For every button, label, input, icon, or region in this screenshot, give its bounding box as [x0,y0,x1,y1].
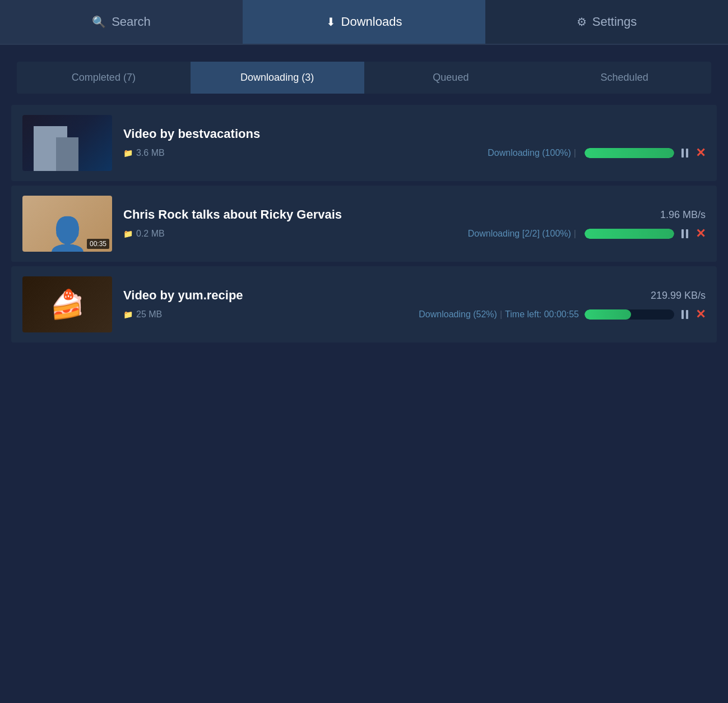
progress-bar-bestvacations [585,148,674,158]
progress-fill-yumrecipe [585,309,631,320]
cancel-button-yumrecipe[interactable]: ✕ [695,308,706,321]
file-size-bestvacations: 📁 3.6 MB [123,148,165,158]
separator: | [500,309,502,320]
separator: | [574,148,576,158]
tab-queued[interactable]: Queued [364,62,538,94]
progress-container-bestvacations: ✕ [585,147,706,159]
folder-icon: 📁 [123,149,133,158]
file-size-yumrecipe: 📁 25 MB [123,309,162,320]
pause-bar-1 [681,229,684,238]
size-value: 0.2 MB [136,229,165,239]
nav-settings-label: Settings [592,15,637,29]
downloads-list: Video by bestvacations 📁 3.6 MB Download… [0,105,728,343]
pause-bar-2 [686,310,688,319]
folder-icon: 📁 [123,229,133,238]
download-item-chrisrock: 00:35 Chris Rock talks about Ricky Gerva… [11,186,717,262]
nav-search[interactable]: 🔍 Search [0,0,243,44]
download-status-bestvacations: Downloading (100%) [488,148,571,158]
item-title-chrisrock: Chris Rock talks about Ricky Gervais [123,207,342,222]
pause-bar-1 [681,149,684,158]
thumbnail-bestvacations [22,115,112,171]
item-title-bestvacations: Video by bestvacations [123,127,260,141]
item-info-chrisrock: Chris Rock talks about Ricky Gervais 1.9… [123,207,706,240]
progress-fill-bestvacations [585,148,674,158]
progress-container-yumrecipe: ✕ [585,308,706,321]
duration-badge-chrisrock: 00:35 [87,239,109,249]
item-header-chrisrock: Chris Rock talks about Ricky Gervais 1.9… [123,207,706,222]
top-navigation: 🔍 Search ⬇ Downloads ⚙ Settings [0,0,728,45]
item-speed-yumrecipe: 219.99 KB/s [651,290,706,302]
item-details-bestvacations: 📁 3.6 MB Downloading (100%) | ✕ [123,147,706,159]
pause-button-yumrecipe[interactable] [681,310,689,319]
progress-container-chrisrock: ✕ [585,228,706,240]
item-title-yumrecipe: Video by yum.recipe [123,288,243,303]
pause-bar-2 [686,149,688,158]
separator: | [574,229,576,239]
tabs-bar: Completed (7) Downloading (3) Queued Sch… [17,62,711,94]
progress-fill-chrisrock [585,229,674,239]
time-left-yumrecipe: Time left: 00:00:55 [505,309,579,320]
gear-icon: ⚙ [577,15,587,29]
progress-bar-chrisrock [585,229,674,239]
item-details-chrisrock: 📁 0.2 MB Downloading [2/2] (100%) | ✕ [123,228,706,240]
pause-button-bestvacations[interactable] [681,149,689,158]
nav-search-label: Search [112,15,151,29]
progress-bar-yumrecipe [585,309,674,320]
download-item-bestvacations: Video by bestvacations 📁 3.6 MB Download… [11,105,717,181]
download-icon: ⬇ [326,15,336,29]
cancel-button-bestvacations[interactable]: ✕ [695,147,706,159]
thumbnail-yumrecipe [22,276,112,332]
tab-downloading[interactable]: Downloading (3) [191,62,364,94]
pause-bar-2 [686,229,688,238]
item-header-yumrecipe: Video by yum.recipe 219.99 KB/s [123,288,706,303]
search-icon: 🔍 [92,15,106,29]
item-info-yumrecipe: Video by yum.recipe 219.99 KB/s 📁 25 MB … [123,288,706,321]
tab-scheduled[interactable]: Scheduled [537,62,711,94]
file-size-chrisrock: 📁 0.2 MB [123,229,165,239]
folder-icon: 📁 [123,310,133,319]
size-value: 25 MB [136,309,162,320]
nav-downloads-label: Downloads [341,15,402,29]
item-speed-chrisrock: 1.96 MB/s [660,209,706,221]
download-item-yumrecipe: Video by yum.recipe 219.99 KB/s 📁 25 MB … [11,266,717,343]
cancel-button-chrisrock[interactable]: ✕ [695,228,706,240]
pause-button-chrisrock[interactable] [681,229,689,238]
size-value: 3.6 MB [136,148,165,158]
thumbnail-chrisrock: 00:35 [22,196,112,252]
pause-bar-1 [681,310,684,319]
download-status-chrisrock: Downloading [2/2] (100%) [468,229,571,239]
item-info-bestvacations: Video by bestvacations 📁 3.6 MB Download… [123,127,706,159]
nav-downloads[interactable]: ⬇ Downloads [243,0,485,44]
item-details-yumrecipe: 📁 25 MB Downloading (52%) | Time left: 0… [123,308,706,321]
nav-settings[interactable]: ⚙ Settings [485,0,728,44]
item-header-bestvacations: Video by bestvacations [123,127,706,141]
download-status-yumrecipe: Downloading (52%) [419,309,497,320]
tab-completed[interactable]: Completed (7) [17,62,191,94]
